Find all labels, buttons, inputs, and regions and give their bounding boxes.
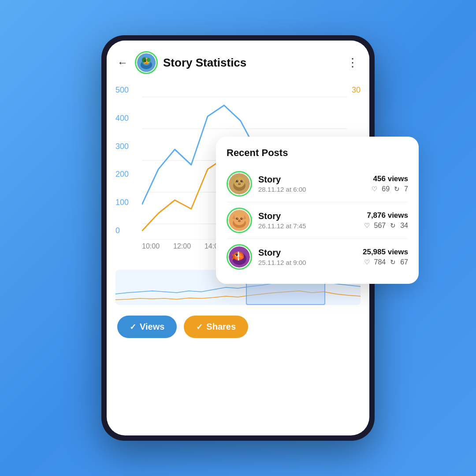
- x-label-1200: 12:00: [173, 242, 191, 250]
- shares-count-2: 34: [400, 222, 408, 230]
- share-icon-2: ↻: [390, 222, 396, 230]
- post-item-2[interactable]: Story 26.11.12 at 7:45 7,876 views ♡ 567…: [227, 202, 408, 239]
- post-engagement-3: ♡ 784 ↻ 67: [363, 258, 408, 266]
- y-label-0: 0: [115, 226, 129, 235]
- x-label-1000: 10:00: [142, 242, 160, 250]
- svg-point-33: [237, 218, 238, 219]
- y-axis-left: 500 400 300 200 100 0: [115, 81, 129, 240]
- post-views-1: 456 views: [372, 175, 408, 183]
- post-name-1: Story: [258, 175, 365, 185]
- svg-point-23: [238, 182, 241, 184]
- share-icon-1: ↻: [394, 185, 400, 193]
- views-toggle-button[interactable]: ✓ Views: [117, 316, 177, 338]
- shares-label: Shares: [206, 322, 236, 332]
- header: ←: [107, 41, 369, 81]
- recent-posts-card: Recent Posts Story: [216, 137, 419, 284]
- post-engagement-2: ♡ 567 ↻ 34: [364, 222, 409, 230]
- heart-icon-1: ♡: [372, 185, 377, 193]
- y-label-300: 300: [115, 142, 129, 151]
- likes-count-1: 69: [382, 185, 390, 193]
- svg-point-35: [238, 219, 241, 221]
- y-label-400: 400: [115, 114, 129, 123]
- shares-checkmark: ✓: [196, 322, 203, 332]
- recent-posts-title: Recent Posts: [227, 147, 408, 159]
- cat-icon: [229, 210, 250, 231]
- svg-point-9: [145, 63, 148, 64]
- profile-avatar: [137, 53, 156, 72]
- shares-count-1: 7: [404, 185, 408, 193]
- post-name-2: Story: [258, 211, 358, 221]
- post-date-2: 26.11.12 at 7:45: [258, 222, 358, 230]
- cheetah-icon: [229, 173, 250, 194]
- post-item-1[interactable]: Story 28.11.12 at 6:00 456 views ♡ 69 ↻ …: [227, 166, 408, 202]
- views-label: Views: [140, 322, 164, 332]
- page-title: Story Statistics: [163, 56, 342, 70]
- more-options-button[interactable]: ⋮: [347, 56, 359, 70]
- post-info-1: Story 28.11.12 at 6:00: [258, 175, 365, 193]
- post-engagement-1: ♡ 69 ↻ 7: [372, 185, 408, 193]
- svg-point-44: [238, 256, 244, 259]
- share-icon-3: ↻: [390, 258, 396, 266]
- post-date-3: 25.11.12 at 9:00: [258, 259, 357, 266]
- post-avatar-ring-1: [227, 171, 252, 197]
- post-info-3: Story 25.11.12 at 9:00: [258, 248, 357, 266]
- svg-point-6: [145, 60, 146, 62]
- svg-point-34: [242, 218, 242, 219]
- profile-avatar-ring: [135, 51, 158, 74]
- post-stats-3: 25,985 views ♡ 784 ↻ 67: [363, 248, 408, 266]
- shares-toggle-button[interactable]: ✓ Shares: [184, 316, 248, 338]
- y-label-200: 200: [115, 170, 129, 179]
- svg-point-5: [147, 58, 150, 62]
- svg-point-25: [242, 182, 244, 183]
- clownfish-icon: [229, 246, 250, 268]
- y-label-right-30: 30: [352, 86, 361, 95]
- post-avatar-ring-2: [227, 208, 252, 233]
- post-item-3[interactable]: Story 25.11.12 at 9:00 25,985 views ♡ 78…: [227, 239, 408, 275]
- post-avatar-1: [229, 173, 250, 194]
- parrot-icon: [137, 53, 156, 72]
- likes-count-3: 784: [374, 258, 386, 266]
- post-avatar-ring-3: [227, 244, 252, 270]
- post-views-2: 7,876 views: [364, 211, 409, 220]
- heart-icon-2: ♡: [364, 222, 370, 230]
- y-label-100: 100: [115, 198, 129, 207]
- toggle-row: ✓ Views ✓ Shares: [107, 309, 369, 345]
- post-stats-2: 7,876 views ♡ 567 ↻ 34: [364, 211, 409, 230]
- post-avatar-2: [229, 210, 250, 231]
- post-views-3: 25,985 views: [363, 248, 408, 257]
- svg-point-22: [242, 181, 242, 182]
- views-checkmark: ✓: [130, 322, 136, 332]
- svg-point-7: [145, 60, 146, 61]
- likes-count-2: 567: [374, 222, 386, 230]
- svg-point-43: [237, 254, 238, 255]
- shares-count-3: 67: [400, 258, 408, 266]
- post-avatar-3: [229, 246, 250, 268]
- post-date-1: 28.11.12 at 6:00: [258, 186, 365, 193]
- heart-icon-3: ♡: [364, 258, 370, 266]
- svg-point-21: [237, 181, 238, 182]
- post-name-3: Story: [258, 248, 357, 258]
- post-info-2: Story 26.11.12 at 7:45: [258, 211, 358, 230]
- post-stats-1: 456 views ♡ 69 ↻ 7: [372, 175, 408, 193]
- back-button[interactable]: ←: [117, 56, 128, 69]
- y-label-500: 500: [115, 86, 129, 95]
- svg-point-24: [235, 182, 237, 183]
